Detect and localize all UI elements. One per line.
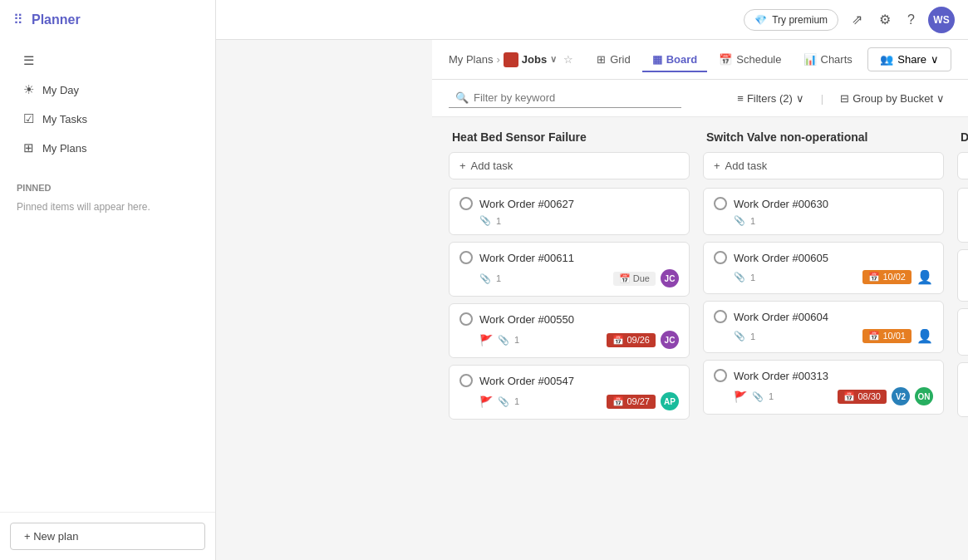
tasks-icon: ☑ [23, 111, 34, 126]
task-name: Work Order #00630 [734, 198, 933, 210]
tab-grid[interactable]: ⊞ Grid [587, 48, 641, 72]
user-avatar[interactable]: WS [928, 7, 955, 33]
attachment-icon: 📎 [734, 272, 745, 282]
task-status-circle [714, 310, 727, 323]
bucket-heat-bed: Heat Bed Sensor Failure + Add task Work … [449, 130, 690, 547]
task-card-wo611[interactable]: Work Order #00611 📎 1 📅 Due JC [449, 242, 690, 297]
charts-tab-icon: 📊 [803, 53, 817, 66]
sidebar-item-my-tasks-label: My Tasks [42, 113, 87, 125]
priority-flag-icon: 🚩 [479, 334, 493, 346]
add-task-button-bucket1[interactable]: + Add task [449, 152, 690, 179]
board-tab-icon: ▦ [652, 53, 662, 66]
task-name: Work Order #00604 [734, 311, 933, 323]
add-task-label: Add task [471, 160, 513, 172]
share-icon[interactable]: ⇗ [848, 8, 866, 31]
due-badge: 📅 10/01 [862, 329, 911, 343]
attachment-count: 1 [496, 273, 501, 283]
bucket-title: Heat Bed Sensor Failure [449, 130, 690, 144]
sidebar-item-toggle[interactable]: ☰ [7, 47, 209, 75]
tab-board[interactable]: ▦ Board [642, 48, 708, 72]
group-by-button[interactable]: ⊟ Group by Bucket ∨ [833, 89, 951, 108]
grid-tab-icon: ⊞ [597, 53, 606, 66]
unassigned-icon: 👤 [916, 269, 933, 285]
plan-color-dot [504, 52, 518, 67]
filters-chevron-icon: ∨ [796, 92, 804, 105]
sub-header: My Plans › Jobs ∨ ☆ ⊞ Grid ▦ Board [432, 40, 968, 80]
attachment-icon: 📎 [498, 335, 509, 346]
pinned-empty-text: Pinned items will appear here. [17, 198, 199, 216]
task-name: Work Order #00611 [479, 252, 679, 264]
group-by-icon: ⊟ [840, 92, 849, 105]
diamond-icon: 💎 [754, 14, 767, 26]
attachment-count: 1 [750, 332, 755, 341]
assignee-avatar: JC [661, 331, 679, 349]
task-card-wo313[interactable]: Work Order #00313 🚩 📎 1 📅 08/30 V2 ON [703, 360, 944, 415]
filter-icon: ≡ [737, 92, 744, 105]
breadcrumb-my-plans[interactable]: My Plans [449, 53, 493, 66]
bucket-diagnosis: Diagnosis and Repair + Add task Work Ord… [957, 130, 968, 547]
breadcrumb-current: Jobs ∨ [504, 52, 557, 67]
sidebar-item-my-plans[interactable]: ⊞ My Plans [7, 134, 209, 162]
task-card-wo547[interactable]: Work Order #00547 🚩 📎 1 📅 09/27 AP [449, 365, 690, 420]
assignee-avatar-on: ON [915, 387, 933, 405]
plan-title: Jobs [522, 53, 547, 66]
attachment-icon: 📎 [479, 215, 491, 226]
sidebar-item-my-day[interactable]: ☀ My Day [7, 76, 209, 104]
group-by-label: Group by Bucket [853, 92, 933, 105]
filter-bar: 🔍 ≡ Filters (2) ∨ | ⊟ Group by Bucket ∨ [432, 80, 968, 117]
add-icon: + [459, 160, 466, 172]
app-title: Planner [32, 12, 81, 27]
grid-icon[interactable]: ⠿ [13, 12, 23, 27]
priority-flag-icon: 🚩 [734, 391, 747, 403]
task-name: Work Order #00605 [734, 252, 933, 264]
task-card-wo605[interactable]: Work Order #00605 📎 1 📅 10/02 👤 [703, 242, 944, 294]
tab-schedule[interactable]: 📅 Schedule [709, 48, 791, 72]
add-task-button-bucket2[interactable]: + Add task [703, 152, 944, 179]
due-badge: 📅 10/02 [862, 270, 911, 284]
try-premium-button[interactable]: 💎 Try premium [744, 9, 838, 31]
task-card-wo604[interactable]: Work Order #00604 📎 1 📅 10/01 👤 [703, 301, 944, 353]
gear-icon[interactable]: ⚙ [876, 8, 894, 31]
premium-label: Try premium [772, 14, 828, 26]
search-input[interactable] [474, 91, 656, 104]
task-name: Work Order #00550 [479, 313, 679, 326]
due-badge: 📅 08/30 [838, 390, 887, 404]
task-card-wo697[interactable]: Work Order #00697 🚩 📎 1 📅 10/16 👤 [957, 249, 968, 302]
board: Heat Bed Sensor Failure + Add task Work … [432, 117, 968, 560]
task-card-wo630[interactable]: Work Order #00630 📎 1 [703, 188, 944, 235]
sidebar: ⠿ Planner ☰ ☀ My Day ☑ My Tasks ⊞ My Pla… [0, 0, 216, 560]
bucket-switch-valve: Switch Valve non-operational + Add task … [703, 130, 944, 547]
filters-button[interactable]: ≡ Filters (2) ∨ [730, 89, 810, 108]
task-card-wo704[interactable]: Work Order #00704 📎 1 📅 Due F [957, 188, 968, 243]
sidebar-footer: + New plan [0, 512, 215, 560]
task-status-circle [459, 374, 473, 387]
search-icon: 🔍 [455, 91, 469, 104]
sidebar-header: ⠿ Planner [0, 0, 215, 39]
help-icon[interactable]: ? [904, 9, 918, 31]
unassigned-icon: 👤 [916, 328, 933, 344]
task-card-wo696[interactable]: Work Order #00696 📎 1 [957, 308, 968, 356]
share-button[interactable]: 👥 Share ∨ [867, 47, 951, 71]
sidebar-nav: ☰ ☀ My Day ☑ My Tasks ⊞ My Plans [0, 39, 215, 169]
plan-dropdown-icon[interactable]: ∨ [550, 54, 557, 65]
main-content: My Plans › Jobs ∨ ☆ ⊞ Grid ▦ Board [432, 40, 968, 560]
attachment-icon: 📎 [734, 215, 745, 226]
filter-search-box[interactable]: 🔍 [449, 88, 681, 108]
schedule-tab-icon: 📅 [719, 53, 732, 66]
new-plan-button[interactable]: + New plan [10, 523, 205, 550]
attachment-count: 1 [750, 273, 755, 282]
task-status-circle [714, 369, 727, 382]
sidebar-item-my-tasks[interactable]: ☑ My Tasks [7, 105, 209, 133]
add-task-button-bucket3[interactable]: + Add task [957, 152, 968, 179]
task-card-wo695[interactable]: Work Order #00695 📎 1 📅 Due A [957, 362, 968, 417]
sun-icon: ☀ [23, 82, 34, 97]
task-status-circle [714, 197, 727, 210]
attachment-count: 1 [496, 216, 501, 226]
task-card-wo550[interactable]: Work Order #00550 🚩 📎 1 📅 09/26 JC [449, 303, 690, 358]
task-card-wo627[interactable]: Work Order #00627 📎 1 [449, 188, 690, 235]
group-by-chevron-icon: ∨ [936, 92, 945, 105]
pin-icon[interactable]: ☆ [563, 53, 573, 66]
filters-label: Filters (2) [747, 92, 793, 105]
pinned-section: Pinned Pinned items will appear here. [0, 169, 215, 223]
tab-charts[interactable]: 📊 Charts [794, 48, 862, 72]
